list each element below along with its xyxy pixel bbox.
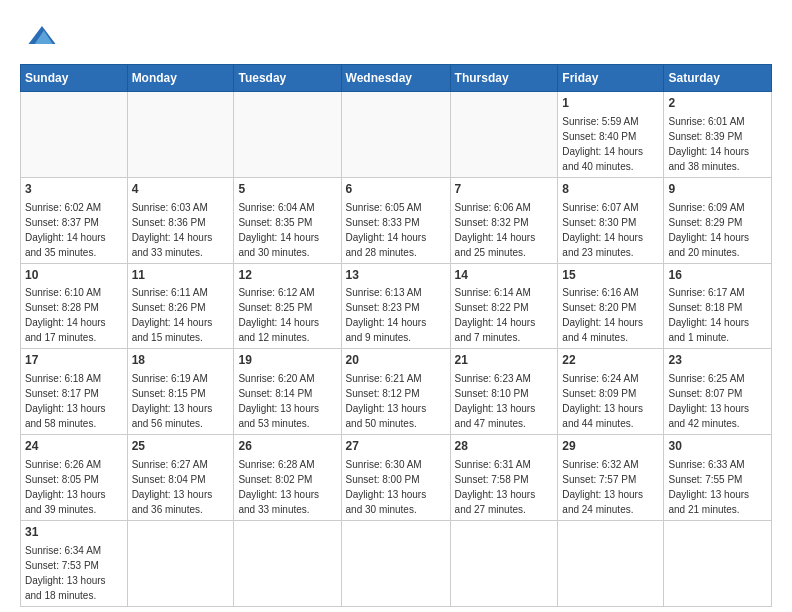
- calendar-week-row: 31Sunrise: 6:34 AM Sunset: 7:53 PM Dayli…: [21, 520, 772, 606]
- day-number: 15: [562, 267, 659, 284]
- calendar-cell: 27Sunrise: 6:30 AM Sunset: 8:00 PM Dayli…: [341, 435, 450, 521]
- calendar-cell: 1Sunrise: 5:59 AM Sunset: 8:40 PM Daylig…: [558, 92, 664, 178]
- calendar-cell: 31Sunrise: 6:34 AM Sunset: 7:53 PM Dayli…: [21, 520, 128, 606]
- day-number: 26: [238, 438, 336, 455]
- day-info: Sunrise: 6:18 AM Sunset: 8:17 PM Dayligh…: [25, 371, 123, 431]
- calendar-table: SundayMondayTuesdayWednesdayThursdayFrid…: [20, 64, 772, 607]
- calendar-cell: [21, 92, 128, 178]
- calendar-cell: 30Sunrise: 6:33 AM Sunset: 7:55 PM Dayli…: [664, 435, 772, 521]
- calendar-cell: 12Sunrise: 6:12 AM Sunset: 8:25 PM Dayli…: [234, 263, 341, 349]
- day-number: 4: [132, 181, 230, 198]
- day-number: 20: [346, 352, 446, 369]
- calendar-cell: 25Sunrise: 6:27 AM Sunset: 8:04 PM Dayli…: [127, 435, 234, 521]
- day-info: Sunrise: 6:13 AM Sunset: 8:23 PM Dayligh…: [346, 285, 446, 345]
- calendar-week-row: 17Sunrise: 6:18 AM Sunset: 8:17 PM Dayli…: [21, 349, 772, 435]
- day-info: Sunrise: 6:33 AM Sunset: 7:55 PM Dayligh…: [668, 457, 767, 517]
- day-info: Sunrise: 6:30 AM Sunset: 8:00 PM Dayligh…: [346, 457, 446, 517]
- day-number: 17: [25, 352, 123, 369]
- day-number: 3: [25, 181, 123, 198]
- calendar-cell: [127, 520, 234, 606]
- calendar-cell: 8Sunrise: 6:07 AM Sunset: 8:30 PM Daylig…: [558, 177, 664, 263]
- day-info: Sunrise: 6:25 AM Sunset: 8:07 PM Dayligh…: [668, 371, 767, 431]
- day-number: 11: [132, 267, 230, 284]
- day-info: Sunrise: 6:31 AM Sunset: 7:58 PM Dayligh…: [455, 457, 554, 517]
- day-number: 30: [668, 438, 767, 455]
- calendar-cell: 17Sunrise: 6:18 AM Sunset: 8:17 PM Dayli…: [21, 349, 128, 435]
- day-number: 31: [25, 524, 123, 541]
- day-info: Sunrise: 6:03 AM Sunset: 8:36 PM Dayligh…: [132, 200, 230, 260]
- calendar-cell: [664, 520, 772, 606]
- calendar-cell: 28Sunrise: 6:31 AM Sunset: 7:58 PM Dayli…: [450, 435, 558, 521]
- weekday-header-monday: Monday: [127, 65, 234, 92]
- calendar-cell: [558, 520, 664, 606]
- calendar-cell: 3Sunrise: 6:02 AM Sunset: 8:37 PM Daylig…: [21, 177, 128, 263]
- calendar-cell: 23Sunrise: 6:25 AM Sunset: 8:07 PM Dayli…: [664, 349, 772, 435]
- calendar-cell: [341, 92, 450, 178]
- weekday-header-wednesday: Wednesday: [341, 65, 450, 92]
- day-number: 7: [455, 181, 554, 198]
- day-number: 13: [346, 267, 446, 284]
- day-info: Sunrise: 6:28 AM Sunset: 8:02 PM Dayligh…: [238, 457, 336, 517]
- day-info: Sunrise: 6:01 AM Sunset: 8:39 PM Dayligh…: [668, 114, 767, 174]
- day-number: 23: [668, 352, 767, 369]
- calendar-cell: 5Sunrise: 6:04 AM Sunset: 8:35 PM Daylig…: [234, 177, 341, 263]
- day-number: 9: [668, 181, 767, 198]
- day-number: 8: [562, 181, 659, 198]
- day-info: Sunrise: 6:14 AM Sunset: 8:22 PM Dayligh…: [455, 285, 554, 345]
- day-info: Sunrise: 6:27 AM Sunset: 8:04 PM Dayligh…: [132, 457, 230, 517]
- calendar-cell: 24Sunrise: 6:26 AM Sunset: 8:05 PM Dayli…: [21, 435, 128, 521]
- day-info: Sunrise: 6:32 AM Sunset: 7:57 PM Dayligh…: [562, 457, 659, 517]
- weekday-header-thursday: Thursday: [450, 65, 558, 92]
- logo: [20, 20, 60, 54]
- day-info: Sunrise: 6:17 AM Sunset: 8:18 PM Dayligh…: [668, 285, 767, 345]
- calendar-week-row: 1Sunrise: 5:59 AM Sunset: 8:40 PM Daylig…: [21, 92, 772, 178]
- calendar-cell: [234, 520, 341, 606]
- weekday-header-sunday: Sunday: [21, 65, 128, 92]
- day-info: Sunrise: 5:59 AM Sunset: 8:40 PM Dayligh…: [562, 114, 659, 174]
- day-number: 22: [562, 352, 659, 369]
- logo-icon: [24, 20, 60, 50]
- calendar-cell: 11Sunrise: 6:11 AM Sunset: 8:26 PM Dayli…: [127, 263, 234, 349]
- calendar-cell: 14Sunrise: 6:14 AM Sunset: 8:22 PM Dayli…: [450, 263, 558, 349]
- weekday-header-tuesday: Tuesday: [234, 65, 341, 92]
- calendar-cell: 18Sunrise: 6:19 AM Sunset: 8:15 PM Dayli…: [127, 349, 234, 435]
- day-number: 6: [346, 181, 446, 198]
- calendar-week-row: 10Sunrise: 6:10 AM Sunset: 8:28 PM Dayli…: [21, 263, 772, 349]
- page-header: [20, 20, 772, 54]
- day-info: Sunrise: 6:23 AM Sunset: 8:10 PM Dayligh…: [455, 371, 554, 431]
- calendar-cell: 13Sunrise: 6:13 AM Sunset: 8:23 PM Dayli…: [341, 263, 450, 349]
- day-number: 24: [25, 438, 123, 455]
- day-number: 16: [668, 267, 767, 284]
- day-number: 12: [238, 267, 336, 284]
- calendar-cell: [127, 92, 234, 178]
- day-info: Sunrise: 6:07 AM Sunset: 8:30 PM Dayligh…: [562, 200, 659, 260]
- day-info: Sunrise: 6:19 AM Sunset: 8:15 PM Dayligh…: [132, 371, 230, 431]
- calendar-cell: [341, 520, 450, 606]
- calendar-cell: 2Sunrise: 6:01 AM Sunset: 8:39 PM Daylig…: [664, 92, 772, 178]
- day-info: Sunrise: 6:34 AM Sunset: 7:53 PM Dayligh…: [25, 543, 123, 603]
- day-number: 28: [455, 438, 554, 455]
- day-number: 29: [562, 438, 659, 455]
- day-info: Sunrise: 6:26 AM Sunset: 8:05 PM Dayligh…: [25, 457, 123, 517]
- calendar-cell: 26Sunrise: 6:28 AM Sunset: 8:02 PM Dayli…: [234, 435, 341, 521]
- calendar-cell: 6Sunrise: 6:05 AM Sunset: 8:33 PM Daylig…: [341, 177, 450, 263]
- weekday-header-row: SundayMondayTuesdayWednesdayThursdayFrid…: [21, 65, 772, 92]
- day-number: 25: [132, 438, 230, 455]
- weekday-header-friday: Friday: [558, 65, 664, 92]
- calendar-week-row: 3Sunrise: 6:02 AM Sunset: 8:37 PM Daylig…: [21, 177, 772, 263]
- calendar-cell: [234, 92, 341, 178]
- day-info: Sunrise: 6:24 AM Sunset: 8:09 PM Dayligh…: [562, 371, 659, 431]
- day-info: Sunrise: 6:05 AM Sunset: 8:33 PM Dayligh…: [346, 200, 446, 260]
- day-info: Sunrise: 6:16 AM Sunset: 8:20 PM Dayligh…: [562, 285, 659, 345]
- day-number: 27: [346, 438, 446, 455]
- day-info: Sunrise: 6:02 AM Sunset: 8:37 PM Dayligh…: [25, 200, 123, 260]
- calendar-cell: 15Sunrise: 6:16 AM Sunset: 8:20 PM Dayli…: [558, 263, 664, 349]
- day-number: 21: [455, 352, 554, 369]
- day-number: 18: [132, 352, 230, 369]
- calendar-cell: 22Sunrise: 6:24 AM Sunset: 8:09 PM Dayli…: [558, 349, 664, 435]
- day-info: Sunrise: 6:06 AM Sunset: 8:32 PM Dayligh…: [455, 200, 554, 260]
- day-number: 2: [668, 95, 767, 112]
- day-number: 19: [238, 352, 336, 369]
- day-info: Sunrise: 6:21 AM Sunset: 8:12 PM Dayligh…: [346, 371, 446, 431]
- calendar-cell: 7Sunrise: 6:06 AM Sunset: 8:32 PM Daylig…: [450, 177, 558, 263]
